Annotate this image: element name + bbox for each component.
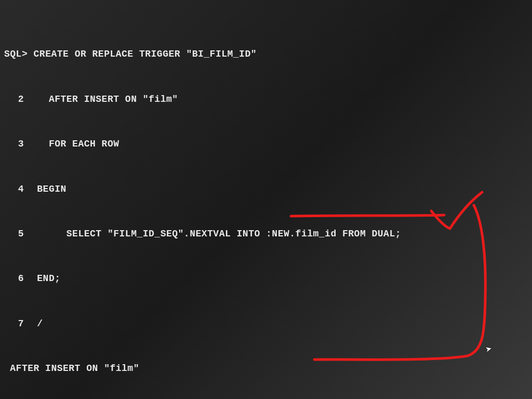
sql-command-line: 2 AFTER INSERT ON "film" xyxy=(4,92,528,107)
sql-command-line: 3 FOR EACH ROW xyxy=(4,137,528,152)
sql-command-line: 7 / xyxy=(4,316,528,331)
sql-command-line: SQL> CREATE OR REPLACE TRIGGER "BI_FILM_… xyxy=(4,47,528,62)
sql-command-line: 5 SELECT "FILM_ID_SEQ".NEXTVAL INTO :NEW… xyxy=(4,227,528,242)
sql-prompt: SQL> xyxy=(4,49,28,59)
error-echo: AFTER INSERT ON "film" xyxy=(4,361,528,376)
sql-command-line: 6 END; xyxy=(4,271,528,286)
sql-command-line: 4 BEGIN xyxy=(4,182,528,197)
terminal-output: SQL> CREATE OR REPLACE TRIGGER "BI_FILM_… xyxy=(4,2,528,399)
